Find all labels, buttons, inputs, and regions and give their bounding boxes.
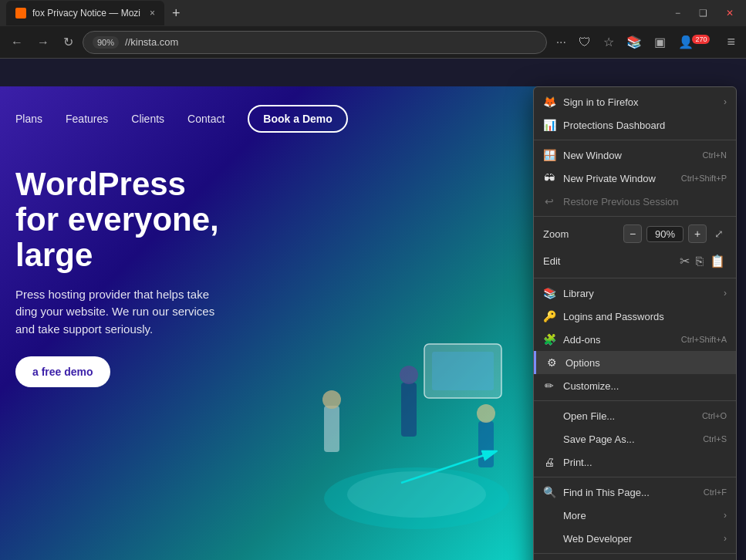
copy-button[interactable]: ⎘ bbox=[694, 252, 705, 270]
more-label: More bbox=[563, 510, 716, 521]
menu-zoom-row: Zoom − 90% + ⤢ bbox=[534, 220, 736, 248]
menu-web-developer[interactable]: Web Developer › bbox=[534, 527, 736, 550]
menu-button[interactable]: ≡ bbox=[722, 31, 740, 53]
address-text: //kinsta.com bbox=[125, 36, 537, 48]
options-icon: ⚙ bbox=[545, 356, 558, 369]
menu-protections[interactable]: 📊 Protections Dashboard bbox=[534, 113, 736, 137]
menu-print[interactable]: 🖨 Print... bbox=[534, 450, 736, 474]
separator-2 bbox=[534, 216, 736, 217]
nav-contact[interactable]: Contact bbox=[187, 113, 224, 125]
web-dev-label: Web Developer bbox=[563, 533, 716, 545]
three-dots-button[interactable]: ··· bbox=[552, 32, 571, 52]
menu-find[interactable]: 🔍 Find in This Page... Ctrl+F bbox=[534, 481, 736, 504]
separator-3 bbox=[534, 278, 736, 278]
menu-library[interactable]: 📚 Library › bbox=[534, 282, 736, 305]
svg-point-3 bbox=[322, 390, 341, 409]
maximize-button[interactable]: ❑ bbox=[693, 6, 714, 20]
options-label: Options bbox=[565, 357, 727, 369]
close-button[interactable]: ✕ bbox=[720, 6, 740, 20]
library-arrow: › bbox=[724, 288, 727, 299]
new-tab-button[interactable]: + bbox=[167, 5, 185, 22]
sign-in-arrow: › bbox=[724, 96, 727, 107]
new-window-icon: 🪟 bbox=[543, 149, 555, 161]
book-demo-button[interactable]: Book a Demo bbox=[248, 105, 347, 133]
menu-new-private[interactable]: 🕶 New Private Window Ctrl+Shift+P bbox=[534, 167, 736, 190]
tab-close-button[interactable]: × bbox=[150, 8, 155, 19]
menu-whats-new[interactable]: ℹ What's New › bbox=[534, 557, 736, 560]
zoom-value: 90% bbox=[646, 226, 684, 242]
nav-clients[interactable]: Clients bbox=[131, 113, 164, 125]
svg-rect-6 bbox=[478, 421, 494, 467]
new-window-shortcut: Ctrl+N bbox=[703, 150, 727, 160]
library-button[interactable]: 📚 bbox=[622, 32, 646, 52]
protections-icon: 📊 bbox=[543, 119, 555, 131]
bookmark-button[interactable]: ☆ bbox=[599, 32, 619, 52]
menu-logins[interactable]: 🔑 Logins and Passwords bbox=[534, 305, 736, 328]
address-bar[interactable]: 90% //kinsta.com bbox=[83, 31, 547, 54]
logins-icon: 🔑 bbox=[543, 310, 555, 322]
svg-point-7 bbox=[477, 404, 495, 423]
svg-point-5 bbox=[400, 366, 418, 384]
separator-5 bbox=[534, 477, 736, 477]
new-private-label: New Private Window bbox=[563, 173, 673, 184]
svg-rect-4 bbox=[401, 383, 417, 437]
web-dev-icon bbox=[543, 532, 555, 545]
find-shortcut: Ctrl+F bbox=[704, 487, 727, 497]
addons-icon: 🧩 bbox=[543, 333, 555, 346]
menu-restore-session[interactable]: ↩ Restore Previous Session bbox=[534, 190, 736, 213]
website-background: Plans Features Clients Contact Book a De… bbox=[0, 86, 540, 560]
menu-addons[interactable]: 🧩 Add-ons Ctrl+Shift+A bbox=[534, 328, 736, 351]
zoom-expand-button[interactable]: ⤢ bbox=[711, 226, 727, 241]
avatar-button[interactable]: 👤 270 bbox=[673, 32, 719, 52]
hero-subtitle: Press hosting provider that helps take d… bbox=[15, 286, 231, 339]
separator-6 bbox=[534, 553, 736, 554]
library-icon: 📚 bbox=[543, 287, 555, 299]
free-demo-button[interactable]: a free demo bbox=[15, 356, 110, 387]
sidebar-button[interactable]: ▣ bbox=[650, 32, 670, 52]
website-nav: Plans Features Clients Contact Book a De… bbox=[0, 86, 540, 151]
zoom-control: − 90% + ⤢ bbox=[623, 224, 727, 243]
addons-label: Add-ons bbox=[563, 334, 673, 346]
minimize-button[interactable]: − bbox=[669, 6, 687, 20]
save-page-label: Save Page As... bbox=[563, 433, 695, 445]
svg-rect-2 bbox=[324, 406, 339, 452]
save-page-shortcut: Ctrl+S bbox=[703, 434, 727, 444]
new-private-shortcut: Ctrl+Shift+P bbox=[681, 174, 727, 183]
find-icon: 🔍 bbox=[543, 486, 555, 498]
web-dev-arrow: › bbox=[724, 533, 727, 544]
notification-badge: 270 bbox=[692, 35, 710, 44]
menu-sign-in[interactable]: 🦊 Sign in to Firefox › bbox=[534, 90, 736, 113]
back-button[interactable]: ← bbox=[6, 32, 28, 52]
separator-1 bbox=[534, 140, 736, 140]
browser-toolbar: ← → ↻ 90% //kinsta.com ··· 🛡 ☆ 📚 ▣ 👤 270… bbox=[0, 26, 746, 59]
private-icon: 🕶 bbox=[543, 172, 555, 184]
active-tab[interactable]: fox Privacy Notice — Mozi × bbox=[6, 1, 164, 25]
nav-plans[interactable]: Plans bbox=[15, 113, 42, 125]
refresh-button[interactable]: ↻ bbox=[59, 32, 78, 52]
menu-save-page[interactable]: Save Page As... Ctrl+S bbox=[534, 427, 736, 450]
hero-title: WordPress for everyone, large bbox=[15, 167, 525, 274]
edit-icons: ✂ ⎘ 📋 bbox=[678, 252, 727, 270]
open-file-icon bbox=[543, 410, 555, 422]
menu-customize[interactable]: ✏ Customize... bbox=[534, 374, 736, 397]
title-bar: fox Privacy Notice — Mozi × + − ❑ ✕ bbox=[0, 0, 746, 26]
cut-button[interactable]: ✂ bbox=[678, 252, 691, 270]
menu-options[interactable]: ⚙ Options bbox=[534, 351, 736, 374]
addons-shortcut: Ctrl+Shift+A bbox=[681, 335, 727, 344]
paste-button[interactable]: 📋 bbox=[708, 252, 727, 270]
sign-in-label: Sign in to Firefox bbox=[563, 96, 716, 108]
menu-new-window[interactable]: 🪟 New Window Ctrl+N bbox=[534, 143, 736, 167]
tab-title: fox Privacy Notice — Mozi bbox=[32, 8, 140, 19]
open-file-shortcut: Ctrl+O bbox=[702, 411, 727, 420]
nav-features[interactable]: Features bbox=[66, 113, 108, 125]
forward-button[interactable]: → bbox=[32, 32, 54, 52]
zoom-decrease-button[interactable]: − bbox=[623, 224, 642, 243]
zoom-label: Zoom bbox=[543, 228, 617, 240]
zoom-increase-button[interactable]: + bbox=[688, 224, 707, 243]
menu-more[interactable]: More › bbox=[534, 504, 736, 527]
logins-label: Logins and Passwords bbox=[563, 311, 727, 322]
menu-open-file[interactable]: Open File... Ctrl+O bbox=[534, 404, 736, 427]
protections-label: Protections Dashboard bbox=[563, 120, 727, 131]
shield-button[interactable]: 🛡 bbox=[574, 32, 596, 52]
restore-label: Restore Previous Session bbox=[563, 196, 727, 207]
